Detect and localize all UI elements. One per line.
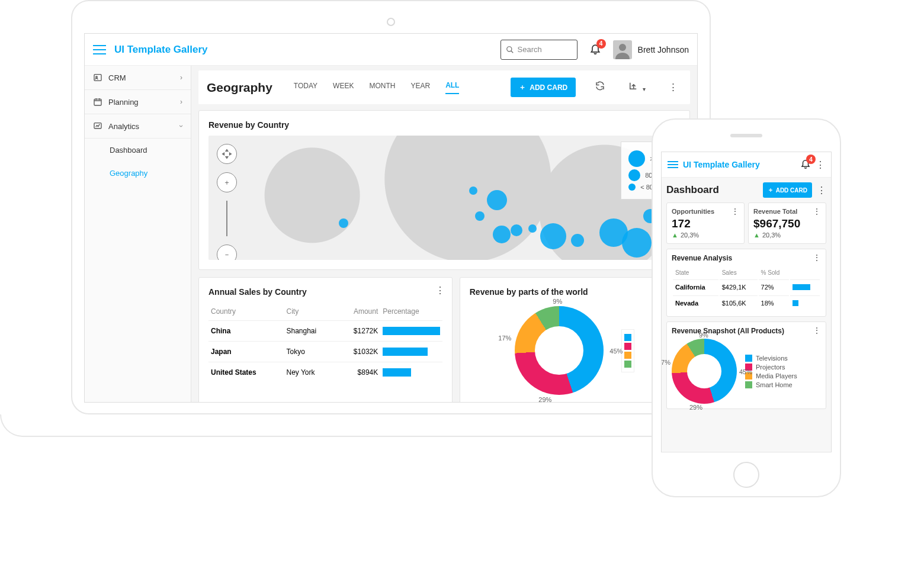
cell-sales: $105,6K	[720, 295, 758, 310]
map-bubble[interactable]	[511, 224, 522, 236]
cell-city: Ney York	[284, 362, 336, 383]
zoom-in-button[interactable]: ＋	[217, 172, 237, 192]
cell-bar	[380, 321, 442, 342]
map-bubble[interactable]	[493, 226, 511, 243]
donut-label: 29%	[689, 404, 702, 411]
phone-home-button[interactable]	[733, 462, 759, 488]
cell-amount: $1032K	[336, 342, 380, 362]
kpi-title: Opportunities	[672, 208, 739, 215]
card-more-button[interactable]: ⋮	[813, 207, 821, 216]
legend-label: Media Players	[756, 372, 797, 380]
card-more-button[interactable]: ⋮	[813, 253, 821, 262]
table-row[interactable]: Japan Tokyo $1032K	[208, 342, 442, 362]
menu-icon[interactable]	[93, 45, 106, 54]
table-row[interactable]: Nevada $105,6K 18%	[673, 295, 820, 310]
svg-rect-6	[94, 99, 101, 105]
add-card-label: ADD CARD	[776, 187, 807, 194]
world-map[interactable]: ＋ －	[208, 136, 680, 260]
add-card-button[interactable]: ＋ ADD CARD	[763, 182, 812, 198]
col-country: Country	[208, 303, 284, 321]
svg-point-5	[96, 76, 98, 78]
phone-frame: UI Template Gallery 4 ⋮ Dashboard ＋ ADD …	[652, 118, 841, 497]
map-bubble[interactable]	[339, 218, 348, 228]
kpi-value: $967,750	[753, 217, 821, 230]
range-year[interactable]: YEAR	[410, 82, 430, 94]
range-week[interactable]: WEEK	[333, 82, 354, 94]
sidebar-item-analytics[interactable]: Analytics ›	[85, 114, 191, 139]
pan-control[interactable]	[217, 144, 237, 164]
map-bubble[interactable]	[475, 211, 485, 221]
sidebar-label-dashboard: Dashboard	[110, 146, 147, 155]
col-sold: % Sold	[759, 267, 790, 278]
donut-label: 9%	[553, 298, 562, 305]
notification-badge: 4	[596, 39, 606, 49]
card-title: Revenue by parts of the world	[470, 287, 680, 297]
search-input[interactable]: Search	[500, 40, 578, 60]
svg-point-0	[506, 46, 511, 51]
map-bubble[interactable]	[540, 223, 566, 249]
export-button[interactable]: ▾	[624, 81, 649, 94]
col-city: City	[284, 303, 336, 321]
user-name[interactable]: Brett Johnson	[638, 45, 689, 54]
donut-chart[interactable]: 45% 29% 17% 9%	[515, 306, 604, 395]
svg-rect-4	[94, 75, 101, 81]
donut-label: 45%	[739, 368, 752, 375]
laptop-body: UI Template Gallery Search 4 Brett Johns…	[71, 0, 711, 414]
plus-icon: ＋	[768, 186, 774, 194]
map-bubble[interactable]	[487, 190, 507, 210]
phone-screen: UI Template Gallery 4 ⋮ Dashboard ＋ ADD …	[661, 152, 832, 452]
table-row[interactable]: California $429,1K 72%	[673, 279, 820, 294]
app-header: UI Template Gallery Search 4 Brett Johns…	[85, 34, 697, 66]
cell-sales: $429,1K	[720, 279, 758, 294]
chart-icon	[93, 121, 102, 131]
table-row[interactable]: China Shanghai $1272K	[208, 321, 442, 342]
sidebar-item-planning[interactable]: Planning ›	[85, 90, 191, 114]
dots-vertical-icon[interactable]: ⋮	[816, 159, 825, 171]
map-bubble[interactable]	[622, 228, 652, 258]
caret-down-icon: ▾	[643, 86, 646, 92]
zoom-out-button[interactable]: －	[217, 245, 237, 260]
refresh-button[interactable]	[591, 81, 609, 94]
svg-line-1	[511, 50, 513, 53]
dots-vertical-icon[interactable]: ⋮	[817, 185, 826, 196]
card-more-button[interactable]: ⋮	[435, 285, 445, 296]
cell-country: United States	[208, 362, 284, 383]
app-title[interactable]: UI Template Gallery	[114, 44, 207, 56]
range-all[interactable]: ALL	[445, 81, 459, 94]
kpi-delta: ▲20,3%	[753, 231, 821, 239]
cell-country: Japan	[208, 342, 284, 362]
notifications-button[interactable]: 4	[589, 43, 601, 57]
cell-bar	[790, 295, 820, 310]
sidebar-item-dashboard[interactable]: Dashboard	[85, 139, 191, 162]
sidebar-item-crm[interactable]: CRM ›	[85, 66, 191, 90]
table-row[interactable]: United States Ney York $894K	[208, 362, 442, 383]
more-button[interactable]: ⋮	[665, 81, 682, 94]
card-more-button[interactable]: ⋮	[731, 207, 739, 216]
avatar[interactable]	[613, 40, 632, 59]
range-month[interactable]: MONTH	[369, 82, 395, 94]
kpi-revenue-total[interactable]: ⋮ Revenue Total $967,750 ▲20,3%	[748, 202, 826, 244]
chevron-right-icon: ›	[180, 73, 182, 82]
card-more-button[interactable]: ⋮	[813, 326, 821, 335]
menu-icon[interactable]	[668, 161, 678, 168]
map-bubble[interactable]	[528, 224, 537, 233]
cell-city: Shanghai	[284, 321, 336, 342]
kpi-title: Revenue Total	[753, 208, 821, 215]
legend-label: Smart Home	[756, 381, 793, 388]
notifications-button[interactable]: 4	[800, 158, 811, 171]
phone-app-title[interactable]: UI Template Gallery	[683, 160, 760, 169]
map-bubble[interactable]	[571, 234, 584, 247]
kpi-opportunities[interactable]: ⋮ Opportunities 172 ▲20,3%	[666, 202, 745, 244]
plus-icon: ＋	[519, 82, 526, 92]
col-sales: Sales	[720, 267, 758, 278]
donut-chart[interactable]: 45% 29% 17% 9%	[672, 339, 737, 404]
person-card-icon	[93, 73, 102, 82]
phone-page-title: Dashboard	[666, 184, 758, 196]
map-bubble[interactable]	[469, 186, 477, 195]
sidebar-item-geography[interactable]: Geography	[85, 162, 191, 185]
add-card-button[interactable]: ＋ ADD CARD	[511, 78, 576, 97]
chevron-down-icon: ›	[177, 125, 185, 127]
range-today[interactable]: TODAY	[294, 82, 317, 94]
phone-toolbar: Dashboard ＋ ADD CARD ⋮	[666, 182, 826, 198]
zoom-track[interactable]	[226, 201, 227, 236]
